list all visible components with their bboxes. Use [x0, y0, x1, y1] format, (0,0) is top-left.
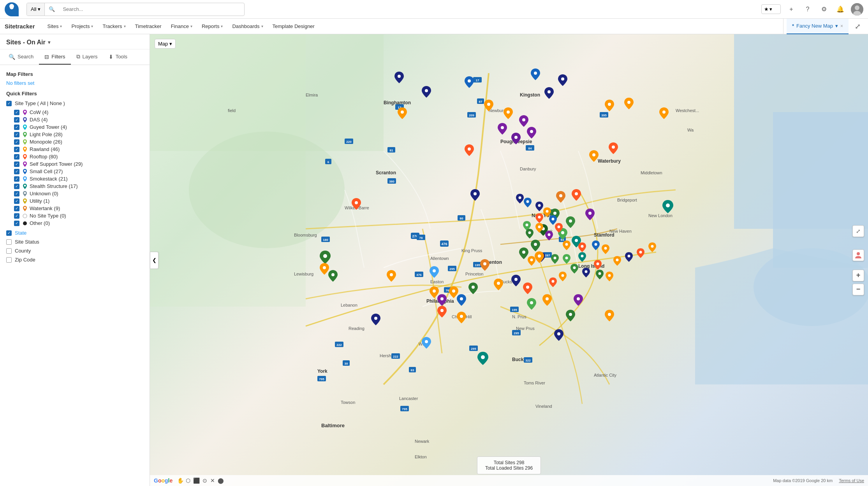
sidebar-collapse-button[interactable]: ❮ [150, 252, 158, 269]
svg-point-166 [528, 232, 531, 234]
filter-county[interactable]: County [6, 246, 143, 255]
state-checkbox[interactable]: ✓ [6, 230, 12, 236]
add-button[interactable]: + [785, 4, 797, 15]
svg-text:287: 287 [545, 254, 550, 257]
filter-item-watertank[interactable]: ✓ Watertank (9) [6, 205, 143, 212]
site-type-checkbox[interactable]: ✓ [6, 101, 12, 106]
map-zoom-out-button[interactable]: − [852, 284, 864, 295]
watertank-checkbox[interactable]: ✓ [14, 206, 19, 211]
filter-item-self-support-tower[interactable]: ✓ Self Support Tower (29) [6, 160, 143, 168]
sidebar-tab-layers[interactable]: ⧉ Layers [71, 49, 103, 65]
nav-expand-button[interactable]: ⤢ [852, 19, 863, 34]
zip-code-checkbox[interactable] [6, 257, 12, 263]
svg-point-142 [507, 111, 510, 114]
rooftop-checkbox[interactable]: ✓ [14, 154, 19, 160]
cow-checkbox[interactable]: ✓ [14, 110, 19, 115]
svg-point-164 [538, 226, 541, 228]
small-cell-checkbox[interactable]: ✓ [14, 169, 19, 174]
tools-tab-icon: ⬇ [109, 54, 113, 60]
nav-finance[interactable]: Finance ▾ [166, 19, 197, 34]
smokestack-checkbox[interactable]: ✓ [14, 176, 19, 182]
map-area[interactable]: Scranton Wilkes-Barre Bloomsburg Lewisbu… [150, 34, 868, 486]
nav-sites[interactable]: Sites ▾ [43, 19, 67, 34]
self-support-tower-checkbox[interactable]: ✓ [14, 161, 19, 167]
filter-item-small-cell[interactable]: ✓ Small Cell (27) [6, 168, 143, 175]
monopole-checkbox[interactable]: ✓ [14, 139, 19, 145]
zip-code-label: Zip Code [15, 257, 35, 263]
das-label: DAS (4) [30, 117, 48, 123]
svg-point-224 [557, 332, 560, 335]
filter-item-no-site-type[interactable]: ✓ No Site Type (0) [6, 212, 143, 219]
svg-text:New Haven: New Haven [609, 229, 632, 233]
filter-group-site-type-header[interactable]: ✓ Site Type ( All | None ) [6, 100, 143, 106]
stealth-structure-label: Stealth Structure (17) [30, 183, 78, 189]
avatar[interactable] [851, 3, 863, 16]
filter-state[interactable]: ✓ State [6, 228, 143, 237]
help-button[interactable]: ? [802, 4, 813, 15]
rawland-checkbox[interactable]: ✓ [14, 147, 19, 152]
search-input[interactable] [59, 6, 244, 12]
svg-text:Kingston: Kingston [520, 92, 540, 98]
sidebar-tab-search[interactable]: 🔍 Search [3, 49, 39, 65]
svg-point-169 [581, 245, 584, 248]
nav-dashboards[interactable]: Dashboards ▾ [227, 19, 268, 34]
no-filters-label[interactable]: No filters set [6, 80, 143, 86]
nav-timetracker[interactable]: Timetracker [130, 19, 166, 34]
filter-item-guyed-tower[interactable]: ✓ Guyed Tower (4) [6, 123, 143, 131]
nav-trackers[interactable]: Trackers ▾ [98, 19, 130, 34]
sidebar-title-dropdown[interactable]: ▾ [48, 40, 50, 45]
light-pole-checkbox[interactable]: ✓ [14, 132, 19, 137]
sidebar-tab-filters[interactable]: ⊟ Filters [39, 49, 70, 65]
filter-group-site-type: ✓ Site Type ( All | None ) ✓ CoW (4) ✓ [6, 100, 143, 227]
stealth-structure-checkbox[interactable]: ✓ [14, 184, 19, 189]
search-all-dropdown[interactable]: All ▾ [27, 3, 45, 16]
filter-item-monopole[interactable]: ✓ Monopole (26) [6, 138, 143, 146]
settings-button[interactable]: ⚙ [818, 4, 830, 15]
watertank-label: Watertank (9) [30, 205, 60, 211]
filter-item-smokestack[interactable]: ✓ Smokestack (21) [6, 175, 143, 182]
map-expand-fullscreen-button[interactable]: ⤢ [852, 225, 864, 237]
nav-reports[interactable]: Reports ▾ [197, 19, 228, 34]
utility-checkbox[interactable]: ✓ [14, 198, 19, 204]
nav-template-designer[interactable]: Template Designer [268, 19, 319, 34]
tab-fancy-new-map[interactable]: * Fancy New Map ▾ × [787, 19, 849, 34]
filter-item-rooftop[interactable]: ✓ Rooftop (80) [6, 153, 143, 160]
terms-link[interactable]: Terms of Use [839, 478, 864, 483]
global-search-bar: All ▾ 🔍 [26, 3, 245, 16]
filters-tab-label: Filters [51, 54, 65, 60]
site-status-checkbox[interactable] [6, 239, 12, 245]
filter-item-light-pole[interactable]: ✓ Light Pole (28) [6, 131, 143, 138]
filter-item-utility[interactable]: ✓ Utility (1) [6, 197, 143, 205]
filter-item-das[interactable]: ✓ DAS (4) [6, 116, 143, 123]
notifications-button[interactable]: 🔔 [835, 4, 846, 15]
filter-item-unknown[interactable]: ✓ Unknown (0) [6, 190, 143, 197]
map-type-dropdown[interactable]: Map ▾ [155, 39, 176, 49]
svg-point-223 [569, 313, 572, 316]
quick-filters-title: Quick Filters [6, 91, 143, 96]
svg-point-225 [857, 252, 860, 255]
nav-projects[interactable]: Projects ▾ [67, 19, 98, 34]
sidebar-tab-tools[interactable]: ⬇ Tools [103, 49, 133, 65]
county-checkbox[interactable] [6, 248, 12, 254]
filter-item-stealth-structure[interactable]: ✓ Stealth Structure (17) [6, 182, 143, 190]
filter-item-cow[interactable]: ✓ CoW (4) [6, 109, 143, 116]
unknown-checkbox[interactable]: ✓ [14, 191, 19, 197]
map-zoom-in-button[interactable]: + [852, 270, 864, 281]
no-site-type-checkbox[interactable]: ✓ [14, 213, 19, 219]
map-person-icon[interactable] [852, 249, 864, 261]
other-checkbox[interactable]: ✓ [14, 221, 19, 226]
das-checkbox[interactable]: ✓ [14, 117, 19, 123]
filter-item-rawland[interactable]: ✓ Rawland (46) [6, 146, 143, 153]
map-tools-icons: ✋ ⬡ ⬛ ⊙ ✕ ⬤ [177, 477, 224, 484]
favorites-button[interactable]: ★ ▾ [761, 4, 781, 14]
svg-point-212 [608, 274, 611, 277]
filter-zip-code[interactable]: Zip Code [6, 255, 143, 264]
svg-point-4 [24, 111, 26, 112]
svg-point-199 [559, 194, 562, 197]
filter-item-other[interactable]: ✓ Other (0) [6, 219, 143, 227]
svg-point-177 [597, 263, 599, 265]
svg-text:Allentown: Allentown [430, 256, 449, 261]
guyed-tower-checkbox[interactable]: ✓ [14, 125, 19, 130]
tab-close-icon[interactable]: × [840, 23, 843, 29]
filter-site-status[interactable]: Site Status [6, 237, 143, 246]
